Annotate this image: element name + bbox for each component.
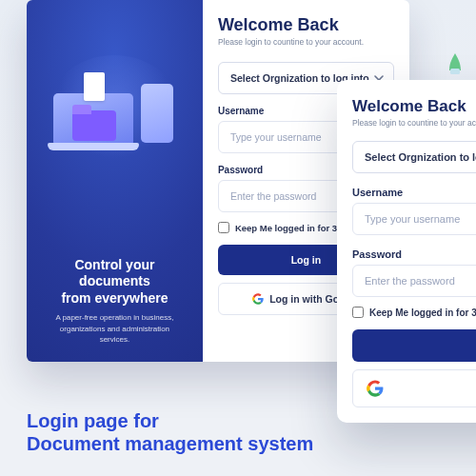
password-label-mobile: Password	[352, 248, 476, 260]
remember-checkbox[interactable]	[218, 222, 229, 233]
svg-rect-0	[450, 69, 460, 74]
phone-icon	[141, 84, 173, 143]
plant-decor	[446, 51, 465, 74]
hero-panel: Control your documentsfrom everywhere A …	[27, 0, 203, 362]
org-select-label-mobile: Select Orgnization to log into	[365, 151, 476, 163]
welcome-title: Welcome Back	[218, 15, 394, 35]
canvas: Control your documentsfrom everywhere A …	[0, 0, 476, 476]
username-label-mobile: Username	[352, 187, 476, 198]
folder-icon	[72, 110, 116, 141]
welcome-title-mobile: Welcome Back	[352, 97, 476, 116]
hero-illustration	[48, 55, 181, 169]
remember-checkbox-row-mobile[interactable]: Keep Me logged in for 30 days	[352, 307, 476, 318]
hero-title: Control your documentsfrom everywhere	[44, 257, 186, 307]
password-input-mobile[interactable]	[352, 265, 476, 297]
google-login-button-mobile[interactable]	[352, 369, 476, 407]
showcase-caption: Login page forDocument management system	[27, 409, 313, 456]
google-icon	[367, 380, 384, 397]
username-input-mobile[interactable]	[352, 203, 476, 235]
mobile-login-card: Welcome Back Please login to countine to…	[337, 80, 476, 423]
org-select-mobile[interactable]: Select Orgnization to log into	[352, 141, 476, 173]
hero-subtitle: A paper-free operation in business, orga…	[44, 312, 186, 345]
login-button-mobile[interactable]	[352, 329, 476, 362]
welcome-subtitle: Please login to countine to your account…	[218, 37, 394, 47]
google-icon	[252, 293, 264, 305]
document-icon	[84, 72, 105, 101]
remember-label-mobile: Keep Me logged in for 30 days	[369, 307, 476, 318]
welcome-subtitle-mobile: Please login to countine to your account…	[352, 118, 476, 128]
remember-checkbox-mobile[interactable]	[352, 307, 364, 318]
